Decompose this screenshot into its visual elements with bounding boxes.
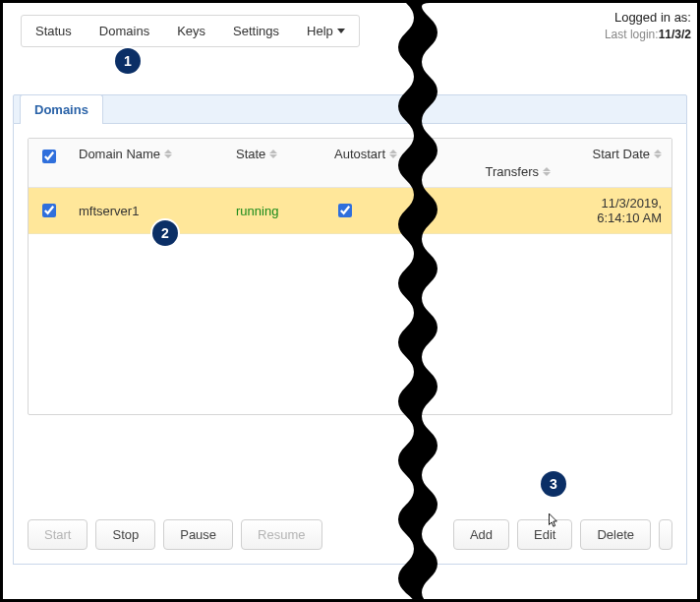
tab-label: Domains [34,102,88,117]
stop-button[interactable]: Stop [95,519,155,550]
row-checkbox[interactable] [42,204,56,217]
start-button[interactable]: Start [28,519,88,550]
button-group-right: Add Edit Delete [453,519,672,550]
col-transfers[interactable]: Transfers [433,139,560,188]
menu-label: Status [35,24,72,38]
callout-3: 3 [541,471,566,497]
col-select-all [29,139,69,188]
domains-table-container: Domain Name State Autostart Transfers [28,138,672,415]
button-label: Delete [597,527,634,542]
cell-start-date: 11/3/2019, 6:14:10 AM [560,188,671,234]
menu-domains[interactable]: Domains [86,16,163,46]
button-label: Start [44,527,71,542]
menu-status[interactable]: Status [22,16,86,46]
menu-bar: Status Domains Keys Settings Help [21,15,360,47]
button-label: Add [470,527,493,542]
col-start-date[interactable]: Start Date [560,139,671,188]
col-domain-name[interactable]: Domain Name [69,139,226,188]
button-bar: Start Stop Pause Resume Add Edit Delete [28,519,672,550]
cell-transfers [433,188,560,234]
last-login-value: 11/3/2 [659,28,691,41]
callout-2: 2 [152,220,178,246]
add-button[interactable]: Add [453,519,509,550]
last-login-label: Last login: [605,28,659,41]
menu-keys[interactable]: Keys [163,16,219,46]
domains-panel: Domain Name State Autostart Transfers [13,124,687,565]
cell-state: running [226,188,324,234]
menu-label: Settings [233,24,279,38]
col-label: Transfers [486,164,539,179]
domains-table: Domain Name State Autostart Transfers [29,139,671,234]
col-label: State [236,147,265,161]
col-label: Start Date [592,147,650,161]
autostart-checkbox[interactable] [338,204,352,217]
menu-label: Help [307,24,333,38]
sort-icon [543,167,551,176]
callout-1: 1 [115,48,141,74]
button-label: Resume [258,527,305,542]
sort-icon [389,150,397,158]
tab-domains[interactable]: Domains [20,94,103,125]
button-label: Pause [180,527,216,542]
col-autostart[interactable]: Autostart [324,139,433,188]
menu-label: Domains [99,24,149,38]
cursor-icon [546,512,559,530]
sort-icon [654,150,662,158]
select-all-checkbox[interactable] [42,150,56,163]
chevron-down-icon [337,29,345,33]
menu-help[interactable]: Help [293,16,359,46]
login-info: Logged in as: Last login:11/3/2 [605,9,691,42]
delete-button[interactable]: Delete [580,519,651,550]
overflow-button[interactable] [659,519,672,550]
resume-button[interactable]: Resume [241,519,321,550]
menu-label: Keys [177,24,205,38]
col-label: Domain Name [79,147,160,161]
button-label: Stop [112,527,139,542]
col-state[interactable]: State [226,139,324,188]
logged-in-label: Logged in as: [605,9,691,27]
menu-settings[interactable]: Settings [219,16,293,46]
cell-domain-name: mftserver1 [69,188,226,234]
button-group-left: Start Stop Pause Resume [28,519,322,550]
sort-icon [269,150,277,158]
pause-button[interactable]: Pause [163,519,233,550]
col-label: Autostart [334,147,385,161]
sort-icon [164,150,172,158]
table-row[interactable]: mftserver1 running 11/3/2019, 6:14:10 AM [29,188,671,234]
tab-strip: Domains [13,94,687,124]
